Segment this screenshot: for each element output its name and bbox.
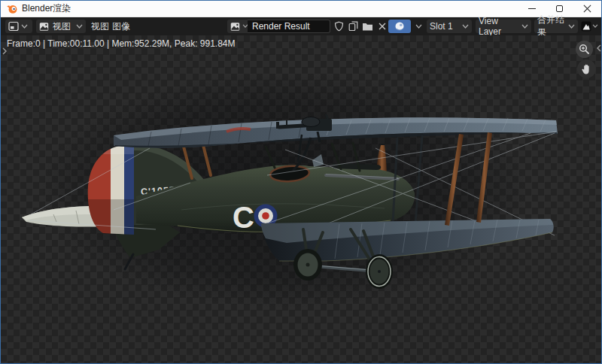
render-pass-dropdown[interactable]: 合并结果	[534, 20, 578, 33]
blender-logo-icon	[6, 3, 17, 14]
chevron-left-icon[interactable]	[596, 42, 602, 56]
folder-open-icon	[362, 22, 373, 32]
chevron-down-icon	[568, 24, 575, 29]
view-layer-value: View Layer	[479, 16, 521, 37]
pan-button[interactable]	[577, 59, 596, 78]
fuselage-letter: C	[233, 201, 254, 234]
image-icon	[230, 22, 240, 32]
view-layer-dropdown[interactable]: View Layer	[476, 20, 531, 33]
duplicate-icon	[348, 21, 358, 32]
image-editor-icon	[8, 21, 19, 32]
display-channels-dropdown[interactable]	[579, 20, 600, 33]
chevron-down-icon	[462, 24, 469, 29]
chevron-down-icon	[521, 24, 528, 29]
zoom-button[interactable]	[576, 41, 593, 58]
close-button[interactable]	[573, 1, 601, 17]
hand-icon	[581, 63, 592, 75]
shield-button[interactable]	[332, 20, 346, 33]
image-name-value: Render Result	[252, 21, 310, 32]
duplicate-button[interactable]	[346, 20, 360, 33]
close-icon	[583, 5, 591, 13]
minimize-icon	[528, 8, 536, 9]
unlink-button[interactable]	[375, 20, 389, 33]
menu-view[interactable]: 视图	[91, 20, 109, 33]
display-mode-dropdown[interactable]: 视图	[36, 20, 86, 33]
render-result-toggle-button[interactable]	[388, 20, 411, 33]
slot-value: Slot 1	[430, 21, 453, 32]
roundel-center	[262, 212, 269, 220]
render-stats: Frame:0 | Time:00:11.00 | Mem:952.29M, P…	[7, 38, 236, 49]
image-editor-header: 视图 视图 图像 Render Result	[1, 17, 601, 35]
display-mode-label: 视图	[53, 20, 71, 33]
chevron-down-icon	[592, 24, 599, 29]
editor-type-dropdown[interactable]	[5, 20, 32, 33]
shield-icon	[334, 21, 344, 32]
image-name-field[interactable]: Render Result	[248, 20, 330, 33]
chevron-right-icon[interactable]	[2, 45, 8, 59]
unlink-x-icon	[378, 22, 387, 31]
chevron-down-icon	[21, 24, 28, 29]
maximize-icon	[556, 5, 563, 12]
titlebar: Blender渲染	[1, 1, 601, 17]
slot-dropdown[interactable]: Slot 1	[427, 20, 472, 33]
chevron-down-icon	[415, 24, 422, 29]
blender-render-window: Blender渲染	[0, 0, 602, 364]
rendered-image-biplane: C'1057 C	[1, 35, 602, 364]
image-icon	[39, 22, 49, 32]
wheel-near	[293, 249, 322, 281]
wheel-far	[366, 254, 393, 289]
chevron-down-icon	[76, 24, 83, 29]
plane-upper-wing	[114, 117, 558, 147]
menu-image[interactable]: 图像	[112, 20, 130, 33]
magnifier-plus-icon	[579, 44, 590, 55]
render-sphere-icon	[394, 21, 405, 32]
window-title: Blender渲染	[22, 2, 71, 15]
color-alpha-channel-icon	[581, 21, 591, 32]
render-view-dropdown[interactable]	[412, 20, 424, 33]
render-viewport: C'1057 C	[1, 35, 602, 364]
browse-image-dropdown[interactable]	[227, 20, 248, 33]
open-folder-button[interactable]	[360, 20, 375, 33]
